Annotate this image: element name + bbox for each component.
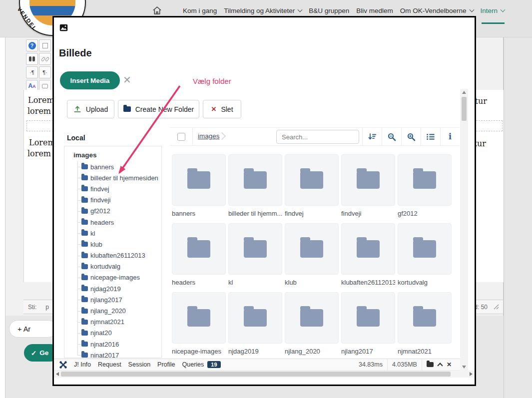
editor-help-button[interactable]: ? xyxy=(26,39,38,51)
tree-root-images[interactable]: images xyxy=(73,151,97,159)
tree-item[interactable]: gf2012 xyxy=(81,206,158,217)
sort-icon xyxy=(368,132,377,141)
editor-ltr-button[interactable]: ·¶ xyxy=(26,66,38,78)
scroll-down-arrow[interactable] xyxy=(462,366,466,369)
tree-item[interactable]: kl xyxy=(81,228,158,239)
path-value: p xyxy=(45,304,49,311)
horizontal-scrollbar[interactable] xyxy=(54,371,475,378)
tree-item[interactable]: billeder til hjemmesiden xyxy=(81,172,158,183)
tree-item[interactable]: njnat2016 xyxy=(81,339,158,350)
folder-icon xyxy=(81,264,88,269)
tree-item[interactable]: findveji xyxy=(81,195,158,206)
close-debug-icon[interactable]: ✕ xyxy=(447,361,452,368)
tree-item[interactable]: headers xyxy=(81,217,158,228)
debug-link[interactable]: Session xyxy=(128,361,150,368)
create-folder-button[interactable]: Create New Folder xyxy=(118,100,199,118)
hscroll-thumb[interactable] xyxy=(61,372,451,377)
list-view-button[interactable] xyxy=(421,128,440,145)
folder-tile[interactable]: njmnat2021 xyxy=(398,292,452,355)
editor-block-button[interactable] xyxy=(39,39,51,51)
debug-link[interactable]: Profile xyxy=(157,361,175,368)
folder-tile[interactable]: klub xyxy=(285,223,339,286)
active-nav-indicator xyxy=(482,22,505,24)
nav-item-3[interactable]: Bliv medlem xyxy=(356,7,393,14)
tree-item-label: njnat2016 xyxy=(90,341,119,348)
folder-tile[interactable]: klubaften26112013 xyxy=(341,223,395,286)
debug-link[interactable]: Queries xyxy=(182,361,204,368)
editor-find-button[interactable] xyxy=(26,53,38,65)
zoom-out-button[interactable] xyxy=(382,128,401,145)
scroll-right-arrow[interactable] xyxy=(470,372,473,376)
folder-tile[interactable]: findvej xyxy=(285,154,339,217)
insert-media-button[interactable]: Insert Media xyxy=(60,71,120,89)
tree-item[interactable]: njnat2017 xyxy=(81,350,158,358)
tree-item[interactable]: klubaften26112013 xyxy=(81,250,158,261)
folder-tile-thumb xyxy=(398,223,452,275)
folder-tile[interactable]: kortudvalg xyxy=(398,223,452,286)
memory-usage: 4.035MB xyxy=(387,359,422,370)
folder-icon xyxy=(187,171,210,189)
tree-item[interactable]: findvej xyxy=(81,183,158,194)
folder-tile[interactable]: banners xyxy=(172,154,226,217)
nav-item-0[interactable]: Kom i gang xyxy=(183,7,217,14)
tree-item-label: njlang_2020 xyxy=(90,307,126,315)
tree-item[interactable]: banners xyxy=(81,161,158,172)
nav-item-2[interactable]: B&U gruppen xyxy=(309,7,349,14)
tree-item[interactable]: kortudvalg xyxy=(81,261,158,272)
debug-metrics: 34.83ms 4.035MB ✕ xyxy=(354,359,456,370)
folder-open-icon[interactable] xyxy=(427,362,434,367)
folder-tile[interactable]: nicepage-images xyxy=(172,292,226,355)
folder-tile[interactable]: findveji xyxy=(341,154,395,217)
tree-header: Local xyxy=(67,134,85,142)
select-all-checkbox[interactable] xyxy=(177,133,185,141)
nav-item-1[interactable]: Tilmelding og Aktiviteter xyxy=(224,7,302,14)
folder-tile[interactable]: gf2012 xyxy=(398,154,452,217)
editor-rtl-button[interactable]: ¶· xyxy=(39,66,51,78)
tree-item[interactable]: njlang_2020 xyxy=(81,305,158,316)
home-icon[interactable] xyxy=(152,6,162,15)
search-input[interactable] xyxy=(276,130,359,144)
zoom-in-button[interactable] xyxy=(401,128,421,145)
collapse-icon[interactable] xyxy=(437,363,443,368)
folder-tile-thumb xyxy=(285,154,339,206)
breadcrumb-images-link[interactable]: images xyxy=(198,132,220,140)
folder-tile-thumb xyxy=(172,154,226,206)
tree-item[interactable]: nicepage-images xyxy=(81,272,158,283)
close-icon[interactable]: ✕ xyxy=(123,74,131,86)
folder-tile[interactable]: billeder til hjemm... xyxy=(228,154,282,217)
folder-tile[interactable]: kl xyxy=(228,223,282,286)
upload-button[interactable]: Upload xyxy=(67,100,114,118)
vscroll-thumb[interactable] xyxy=(462,97,467,121)
folder-icon xyxy=(357,171,380,189)
tree-item[interactable]: njdag2019 xyxy=(81,283,158,294)
upload-icon xyxy=(73,105,81,113)
folder-tile-label: banners xyxy=(172,210,226,217)
info-button[interactable]: i xyxy=(440,128,460,145)
debug-link[interactable]: Request xyxy=(98,361,121,368)
debug-link[interactable]: J! Info xyxy=(74,361,91,368)
nav-item-4[interactable]: Om OK-Vendelboerne xyxy=(400,7,474,14)
tree-list: bannersbilleder til hjemmesidenfindvejfi… xyxy=(81,161,158,358)
nav-item-5[interactable]: Intern xyxy=(480,7,505,14)
tree-item[interactable]: njlang2017 xyxy=(81,294,158,305)
tree-item[interactable]: njmnat2021 xyxy=(81,317,158,328)
article-button[interactable]: + Ar xyxy=(9,320,57,338)
folder-tile[interactable]: headers xyxy=(172,223,226,286)
queries-count-badge: 19 xyxy=(207,361,220,368)
editor-text: Lorem xyxy=(29,138,55,147)
folder-tile[interactable]: njlang2017 xyxy=(341,292,395,355)
resize-grip[interactable] xyxy=(494,304,499,310)
nav-item-label: Kom i gang xyxy=(183,7,217,14)
vertical-scrollbar[interactable] xyxy=(460,89,468,371)
scroll-left-arrow[interactable] xyxy=(56,372,59,376)
delete-button[interactable]: ✕ Slet xyxy=(203,100,241,118)
scroll-up-arrow[interactable] xyxy=(462,91,466,94)
folder-tile[interactable]: njlang_2020 xyxy=(285,292,339,355)
folder-tile-label: kl xyxy=(228,279,282,286)
folder-tile[interactable]: njdag2019 xyxy=(228,292,282,355)
sort-button[interactable] xyxy=(362,128,382,145)
tree-item[interactable]: klub xyxy=(81,239,158,250)
keyboard-icon xyxy=(42,84,48,88)
tree-item[interactable]: njnat20 xyxy=(81,328,158,339)
editor-unlink-button[interactable] xyxy=(39,53,51,65)
